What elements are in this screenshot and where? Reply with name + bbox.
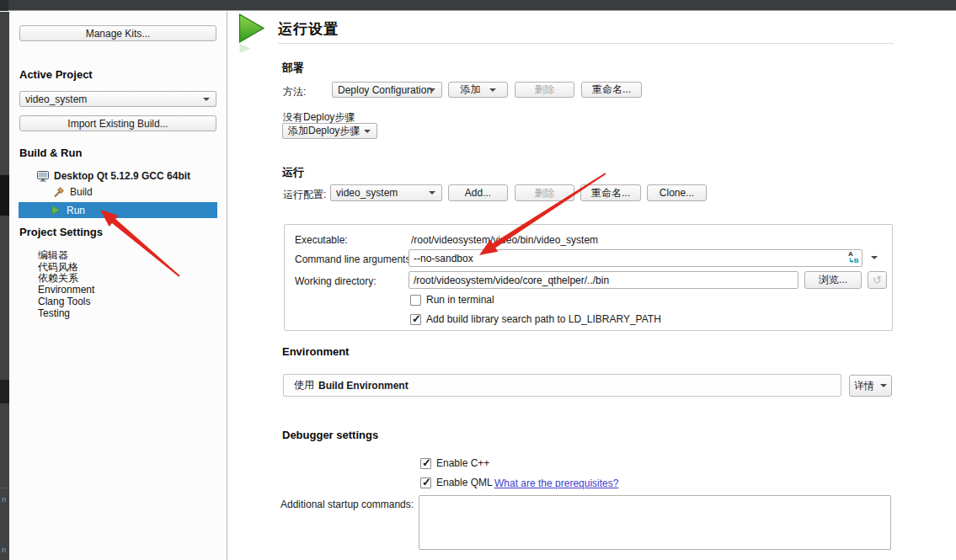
title-underline [278,43,894,44]
deploy-method-combo-value: Deploy Configuration [338,84,432,96]
run-config-combo[interactable]: video_system [330,184,442,201]
run-config-label: 运行配置: [283,188,326,202]
variables-icon[interactable] [847,251,859,264]
active-project-combo-value: video_system [25,93,87,105]
run-config-combo-value: video_system [336,187,398,199]
build-item-label: Build [70,186,93,198]
run-config-groupbox: Executable: /root/videosystem/video/bin/… [284,224,893,331]
chevron-down-icon [489,88,496,92]
prerequisites-link[interactable]: What are the prerequisites? [494,477,618,489]
environment-details-button[interactable]: 详情 [849,375,892,397]
window-top-bar [0,0,956,11]
strip-text-fragment: n [2,547,6,554]
run-settings-panel: 运行设置 部署 方法: Deploy Configuration 添加 删除 重… [228,12,956,560]
deploy-method-label: 方法: [283,85,306,99]
executable-value: /root/videosystem/video/bin/video_system [411,234,598,246]
top-bar-corner [0,0,8,11]
active-mode-button[interactable] [0,175,9,216]
project-sidebar: Manage Kits... Active Project video_syst… [9,12,227,560]
chevron-down-icon [203,98,210,101]
sidebar-item-project-setting[interactable]: 依赖关系 [38,273,94,285]
enable-cpp-checkbox[interactable] [420,458,431,469]
strip-text-fragment: n [2,496,6,504]
library-path-label: Add build library search path to LD_LIBR… [426,313,661,325]
sidebar-item-project-setting[interactable]: Clang Tools [38,296,94,308]
project-settings-list: 编辑器代码风格依赖关系EnvironmentClang ToolsTesting [38,250,94,319]
hammer-icon [53,187,64,198]
run-item-label: Run [67,205,85,216]
chevron-down-icon [429,88,435,92]
library-path-row: Add build library search path to LD_LIBR… [410,313,661,325]
environment-use-value: Build Environment [318,380,409,392]
reset-working-dir-button[interactable]: ↺ [868,271,887,289]
run-in-terminal-label: Run in terminal [426,294,494,306]
working-dir-input[interactable] [409,271,798,289]
run-in-terminal-checkbox[interactable] [410,295,421,306]
project-settings-header: Project Settings [19,226,103,238]
build-and-run-header: Build & Run [19,147,82,159]
add-deploy-step-label: 添加Deploy步骤 [288,124,360,138]
active-project-combo[interactable]: video_system [19,91,216,107]
active-project-header: Active Project [19,68,93,81]
details-label: 详情 [854,379,874,393]
play-icon [51,205,60,215]
browse-button[interactable]: 浏览... [804,271,862,289]
executable-label: Executable: [295,234,348,246]
deploy-method-combo[interactable]: Deploy Configuration [332,82,442,98]
deploy-add-label: 添加 [461,83,481,97]
deploy-rename-button[interactable]: 重命名... [581,82,642,98]
enable-qml-checkbox[interactable] [420,477,431,488]
startup-commands-label: Additional startup commands: [280,499,414,510]
import-existing-build-button[interactable]: Import Existing Build... [19,115,216,131]
sidebar-item-project-setting[interactable]: Testing [38,308,94,320]
run-settings-play-icon [238,13,267,54]
deploy-add-button[interactable]: 添加 [448,82,508,98]
chevron-down-icon [880,384,887,387]
kit-item-desktop-qt[interactable]: Desktop Qt 5.12.9 GCC 64bit [37,170,190,182]
debugger-section-header: Debugger settings [282,429,378,441]
arguments-label: Command line arguments: [295,253,414,265]
chevron-down-icon [429,191,435,195]
environment-section-header: Environment [282,345,349,358]
run-in-terminal-row: Run in terminal [410,294,494,306]
sidebar-item-project-setting[interactable]: 编辑器 [38,250,94,262]
run-rename-button[interactable]: 重命名... [580,184,641,201]
strip-divider [0,488,9,488]
chevron-down-icon [364,130,371,133]
manage-kits-button[interactable]: Manage Kits... [19,25,216,41]
enable-cpp-row: Enable C++ [420,457,489,469]
arguments-expand-icon[interactable] [871,256,878,259]
sidebar-item-build[interactable]: Build [53,186,93,198]
page-title: 运行设置 [278,19,339,39]
working-dir-label: Working directory: [295,275,376,287]
enable-qml-row: Enable QML [420,477,493,488]
enable-cpp-label: Enable C++ [436,457,489,469]
startup-commands-textarea[interactable] [419,495,891,550]
reset-icon: ↺ [873,274,882,286]
enable-qml-label: Enable QML [436,477,493,488]
kit-name-label: Desktop Qt 5.12.9 GCC 64bit [54,170,190,182]
monitor-icon [37,171,49,182]
library-path-checkbox[interactable] [410,314,421,325]
deploy-delete-button[interactable]: 删除 [515,82,574,98]
arguments-input[interactable] [409,249,863,267]
run-section-header: 运行 [282,165,304,180]
sidebar-item-project-setting[interactable]: Environment [38,285,94,296]
run-clone-button[interactable]: Clone... [647,184,707,201]
mode-button-secondary[interactable] [0,380,9,403]
sidebar-item-project-setting[interactable]: 代码风格 [38,262,94,274]
add-deploy-step-button[interactable]: 添加Deploy步骤 [282,123,377,139]
mode-selector-strip: n n [0,12,9,560]
run-delete-button[interactable]: 删除 [515,184,574,201]
sidebar-item-run-selected[interactable]: Run [19,202,217,218]
run-add-button[interactable]: Add... [448,184,508,201]
environment-summary-bar: 使用 Build Environment [283,374,841,397]
deploy-section-header: 部署 [282,61,304,76]
environment-use-prefix: 使用 [294,378,314,392]
